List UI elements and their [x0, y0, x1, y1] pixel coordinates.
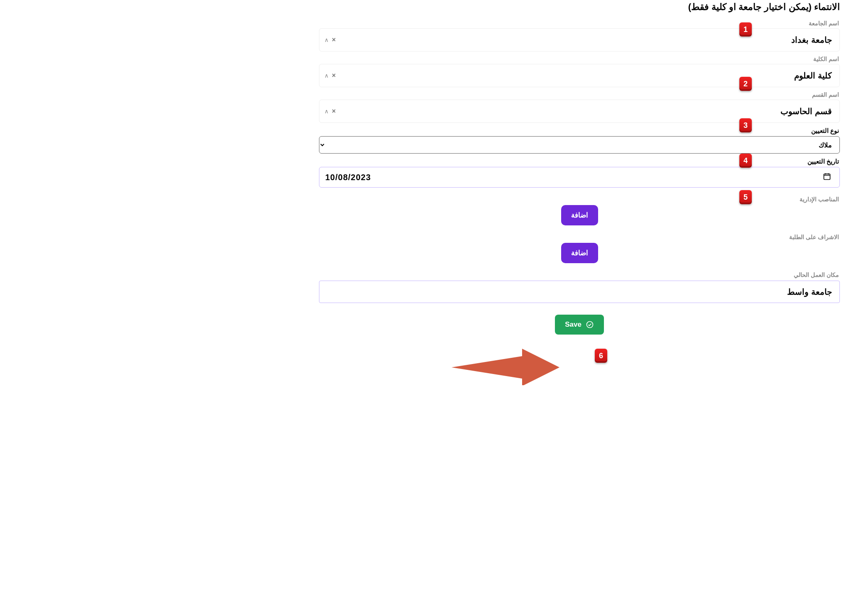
field-appointment-date: تاريخ التعيين 10/08/2023: [319, 158, 840, 188]
department-select[interactable]: قسم الحاسوب ∧ ×: [319, 100, 840, 123]
annotation-badge-4: 4: [739, 154, 752, 168]
current-workplace-input[interactable]: جامعة واسط: [319, 281, 840, 303]
university-label: اسم الجامعة: [319, 20, 840, 28]
field-university: اسم الجامعة جامعة بغداد ∧ ×: [319, 20, 840, 51]
section-current-workplace: مكان العمل الحالي جامعة واسط: [319, 271, 840, 303]
svg-marker-2: [451, 349, 559, 385]
add-supervision-button[interactable]: اضافة: [561, 243, 598, 263]
supervision-label: الاشراف على الطلبة: [319, 234, 840, 243]
annotation-badge-6: 6: [595, 349, 607, 363]
current-workplace-value: جامعة واسط: [327, 287, 832, 297]
annotation-arrow: [451, 349, 559, 385]
appointment-type-select[interactable]: ملاك: [319, 136, 840, 154]
current-workplace-label: مكان العمل الحالي: [319, 271, 840, 281]
add-admin-position-button[interactable]: اضافة: [561, 205, 598, 225]
college-value: كلية العلوم: [336, 71, 832, 81]
chevron-up-icon[interactable]: ∧: [324, 108, 329, 115]
save-button[interactable]: Save: [555, 315, 604, 335]
section-supervision: الاشراف على الطلبة اضافة: [319, 234, 840, 263]
college-select[interactable]: كلية العلوم ∧ ×: [319, 64, 840, 87]
department-value: قسم الحاسوب: [336, 106, 832, 116]
clear-icon[interactable]: ×: [332, 108, 336, 115]
clear-icon[interactable]: ×: [332, 36, 336, 44]
field-college: اسم الكلية كلية العلوم ∧ ×: [319, 56, 840, 87]
svg-point-1: [586, 322, 593, 328]
appointment-date-label: تاريخ التعيين: [319, 158, 840, 167]
annotation-badge-3: 3: [739, 118, 752, 132]
annotation-badge-2: 2: [739, 77, 752, 91]
admin-positions-label: المناصب الإدارية: [319, 196, 840, 205]
calendar-icon[interactable]: [823, 172, 831, 182]
section-admin-positions: المناصب الإدارية اضافة: [319, 196, 840, 225]
department-label: اسم القسم: [319, 91, 840, 100]
svg-rect-0: [824, 174, 830, 179]
appointment-date-value: 10/08/2023: [325, 173, 371, 182]
chevron-up-icon[interactable]: ∧: [324, 37, 329, 43]
annotation-badge-5: 5: [739, 190, 752, 204]
college-label: اسم الكلية: [319, 56, 840, 64]
appointment-date-input[interactable]: 10/08/2023: [319, 167, 840, 188]
check-circle-icon: [586, 320, 594, 329]
annotation-badge-1: 1: [739, 22, 752, 37]
appointment-type-label: نوع التعيين: [319, 127, 840, 136]
save-button-label: Save: [565, 320, 581, 329]
university-select[interactable]: جامعة بغداد ∧ ×: [319, 28, 840, 51]
university-value: جامعة بغداد: [336, 35, 832, 45]
field-appointment-type: نوع التعيين ملاك: [319, 127, 840, 154]
section-title: الانتماء (يمكن اختيار جامعة او كلية فقط): [319, 2, 840, 12]
chevron-up-icon[interactable]: ∧: [324, 72, 329, 79]
field-department: اسم القسم قسم الحاسوب ∧ ×: [319, 91, 840, 123]
clear-icon[interactable]: ×: [332, 72, 336, 79]
